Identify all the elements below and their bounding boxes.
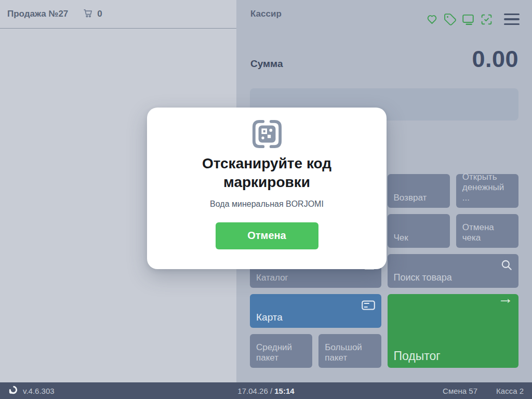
- app-version: v.4.6.303: [23, 387, 55, 395]
- search-icon: [500, 258, 513, 272]
- big-bag-button[interactable]: Большой пакет: [318, 334, 381, 368]
- card-payment-button[interactable]: Карта: [250, 294, 381, 328]
- scan-marking-modal: Отсканируйте код маркировки Вода минерал…: [147, 108, 387, 269]
- open-cash-drawer-label: Открыть денежный ...: [462, 172, 512, 203]
- receipt-button[interactable]: Чек: [388, 214, 450, 248]
- modal-product-name: Вода минеральная BORJOMI: [210, 200, 324, 209]
- tag-icon[interactable]: [443, 12, 457, 26]
- status-date: 17.04.26: [237, 387, 268, 395]
- cart-count: 0: [97, 9, 102, 19]
- cancel-receipt-label: Отмена чека: [462, 222, 512, 243]
- return-button[interactable]: Возврат: [388, 174, 450, 208]
- receipt-button-label: Чек: [394, 233, 408, 243]
- cancel-button[interactable]: Отмена: [216, 222, 318, 249]
- modal-title: Отсканируйте код маркировки: [176, 154, 358, 192]
- status-bar: v.4.6.303 17.04.26 / 15:14 Смена 57 Касс…: [0, 382, 532, 399]
- register-number: Касса 2: [496, 387, 524, 395]
- shift-number: Смена 57: [443, 387, 477, 395]
- bank-card-icon: [361, 298, 376, 312]
- heart-icon[interactable]: [425, 12, 438, 26]
- card-button-label: Карта: [256, 312, 283, 323]
- monitor-icon[interactable]: [461, 12, 475, 26]
- status-time: 15:14: [274, 387, 294, 395]
- cancel-receipt-button[interactable]: Отмена чека: [456, 214, 518, 248]
- sum-label: Сумма: [250, 58, 283, 70]
- top-icon-bar: [425, 12, 520, 26]
- menu-icon[interactable]: [504, 14, 520, 25]
- return-button-label: Возврат: [394, 193, 427, 203]
- big-bag-label: Большой пакет: [325, 342, 375, 363]
- subtotal-button[interactable]: → Подытог: [388, 294, 519, 368]
- pos-app: Продажа №27 0 Кассир: [0, 0, 532, 399]
- sale-header: Продажа №27 0: [0, 0, 236, 29]
- medium-bag-label: Средний пакет: [256, 342, 306, 363]
- status-left: v.4.6.303: [8, 385, 55, 396]
- scan-check-icon[interactable]: [480, 12, 493, 26]
- cart-icon: [83, 8, 94, 21]
- sum-value: 0.00: [472, 46, 518, 73]
- status-right: Смена 57 Касса 2: [443, 387, 524, 395]
- product-search-button[interactable]: Поиск товара: [388, 254, 519, 288]
- cashier-label: Кассир: [250, 9, 282, 19]
- subtotal-button-label: Подытог: [394, 349, 441, 363]
- product-search-label: Поиск товара: [394, 272, 452, 283]
- status-separator: /: [270, 387, 272, 395]
- open-cash-drawer-button[interactable]: Открыть денежный ...: [456, 174, 518, 208]
- sale-title: Продажа №27: [7, 9, 68, 19]
- qr-scan-icon: [251, 119, 283, 149]
- app-logo-icon: [8, 385, 18, 396]
- medium-bag-button[interactable]: Средний пакет: [250, 334, 312, 368]
- sum-row: Сумма 0.00: [250, 46, 518, 73]
- catalog-button-label: Каталог: [256, 273, 288, 283]
- cart-indicator: 0: [83, 8, 102, 21]
